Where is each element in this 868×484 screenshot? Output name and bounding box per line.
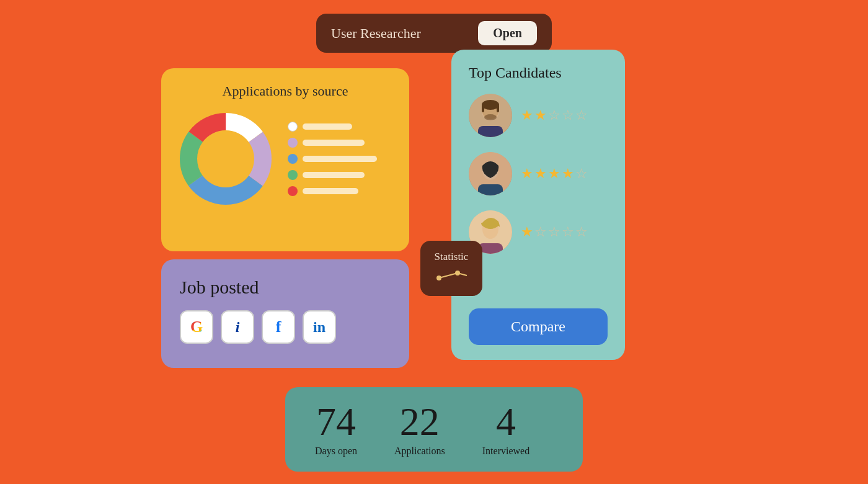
star-1: ★ bbox=[521, 166, 533, 182]
svg-point-14 bbox=[482, 100, 499, 110]
svg-point-6 bbox=[198, 132, 253, 186]
legend-bar-3 bbox=[303, 156, 377, 162]
legend-item bbox=[288, 122, 377, 132]
legend-dot-3 bbox=[288, 154, 298, 164]
donut-chart bbox=[176, 109, 275, 208]
days-open-number: 74 bbox=[316, 402, 356, 442]
star-4: ☆ bbox=[562, 107, 574, 123]
top-candidates-title: Top Candidates bbox=[469, 65, 608, 81]
legend-item bbox=[288, 170, 377, 180]
star-3: ☆ bbox=[548, 107, 560, 123]
candidate-stars-2: ★ ★ ★ ★ ☆ bbox=[521, 166, 588, 182]
star-3: ★ bbox=[548, 166, 560, 182]
job-posted-title: Job posted bbox=[180, 277, 391, 298]
job-posted-card: Job posted G i f in bbox=[161, 259, 409, 368]
star-2: ★ bbox=[534, 166, 547, 182]
google-job-board[interactable]: G bbox=[180, 310, 213, 344]
top-candidates-card: Top Candidates bbox=[451, 50, 625, 360]
indeed-icon: i bbox=[236, 319, 240, 336]
job-title-bar: User Researcher Open bbox=[316, 14, 552, 53]
candidate-item-1: ★ ★ ☆ ☆ ☆ bbox=[469, 94, 608, 137]
legend-dot-2 bbox=[288, 138, 298, 148]
star-5: ☆ bbox=[575, 224, 588, 240]
legend-dot-5 bbox=[288, 186, 298, 196]
legend-item bbox=[288, 186, 377, 196]
legend-bar-2 bbox=[303, 140, 365, 146]
legend-dot-4 bbox=[288, 170, 298, 180]
stat-applications: 22 Applications bbox=[394, 402, 445, 457]
candidate-stars-3: ★ ☆ ☆ ☆ ☆ bbox=[521, 224, 588, 240]
applications-card: Applications by source bbox=[161, 68, 409, 251]
google-icon: G bbox=[190, 318, 203, 336]
legend-item bbox=[288, 138, 377, 148]
linkedin-icon: in bbox=[313, 319, 326, 336]
chart-area bbox=[176, 109, 394, 208]
candidate-avatar-1 bbox=[469, 94, 512, 137]
days-open-label: Days open bbox=[315, 446, 357, 457]
candidate-item-3: ★ ☆ ☆ ☆ ☆ bbox=[469, 210, 608, 254]
star-1: ★ bbox=[521, 224, 533, 240]
facebook-icon: f bbox=[276, 318, 281, 336]
svg-rect-15 bbox=[482, 105, 484, 112]
legend-bar-1 bbox=[303, 123, 352, 130]
statistic-label: Statistic bbox=[433, 251, 470, 263]
stats-bar: 74 Days open 22 Applications 4 Interview… bbox=[285, 387, 583, 472]
stat-days-open: 74 Days open bbox=[315, 402, 357, 457]
statistic-button[interactable]: Statistic bbox=[420, 241, 482, 296]
star-4: ★ bbox=[562, 166, 574, 182]
legend-bar-5 bbox=[303, 188, 358, 194]
svg-rect-16 bbox=[497, 105, 499, 112]
svg-rect-18 bbox=[478, 126, 503, 137]
compare-label: Compare bbox=[511, 318, 565, 334]
candidate-item-2: ★ ★ ★ ★ ☆ bbox=[469, 152, 608, 195]
star-5: ☆ bbox=[575, 107, 588, 123]
stat-interviewed: 4 Interviewed bbox=[482, 402, 529, 457]
compare-button[interactable]: Compare bbox=[469, 308, 608, 345]
star-5: ☆ bbox=[575, 166, 588, 182]
interviewed-label: Interviewed bbox=[482, 446, 529, 457]
star-1: ★ bbox=[521, 107, 533, 123]
open-badge: Open bbox=[478, 21, 537, 45]
indeed-job-board[interactable]: i bbox=[221, 310, 254, 344]
legend-dot-1 bbox=[288, 122, 298, 132]
candidate-stars-1: ★ ★ ☆ ☆ ☆ bbox=[521, 107, 588, 123]
candidate-avatar-2 bbox=[469, 152, 512, 195]
legend-item bbox=[288, 154, 377, 164]
applications-title: Applications by source bbox=[176, 83, 394, 99]
main-container: User Researcher Open Applications by sou… bbox=[0, 0, 868, 484]
legend-bar-4 bbox=[303, 172, 365, 178]
legend bbox=[288, 122, 377, 196]
chart-line-icon bbox=[433, 268, 470, 286]
star-2: ☆ bbox=[534, 224, 547, 240]
star-4: ☆ bbox=[562, 224, 574, 240]
svg-rect-21 bbox=[478, 184, 503, 195]
applications-label: Applications bbox=[394, 446, 445, 457]
interviewed-number: 4 bbox=[496, 402, 516, 442]
job-title: User Researcher bbox=[331, 25, 421, 42]
linkedin-job-board[interactable]: in bbox=[303, 310, 336, 344]
star-2: ★ bbox=[534, 107, 547, 123]
job-boards: G i f in bbox=[180, 310, 391, 344]
applications-number: 22 bbox=[400, 402, 440, 442]
svg-line-9 bbox=[439, 273, 458, 278]
svg-point-17 bbox=[484, 114, 497, 120]
star-3: ☆ bbox=[548, 224, 560, 240]
facebook-job-board[interactable]: f bbox=[262, 310, 295, 344]
